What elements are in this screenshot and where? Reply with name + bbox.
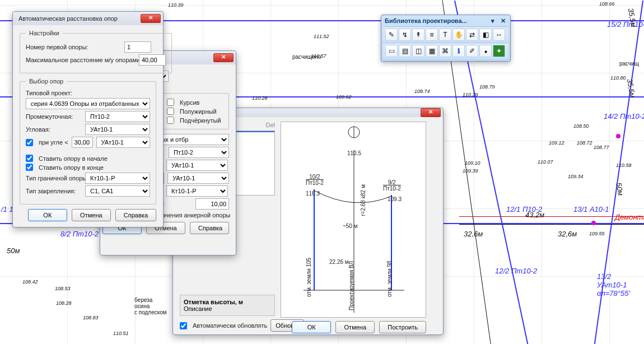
boundary-type-select[interactable]: Кт10-1-Р (85, 173, 150, 184)
underline-checkbox[interactable] (167, 117, 174, 124)
max-dist-label: Максимальное расстояние м/у опорами(м): (26, 57, 136, 63)
choose-legend: Выбор опор (26, 78, 67, 85)
tool-icon[interactable]: ↯ (399, 29, 411, 41)
cad-elev: 108.77 (594, 145, 609, 150)
typical-project-label: Типовой проект: (26, 90, 72, 96)
delete-label[interactable]: Del (265, 122, 275, 128)
tool-icon[interactable]: ℹ (452, 45, 465, 57)
put-start-label: Ставить опору в начале (39, 155, 108, 162)
first-pole-label: Номер первой опоры: (26, 44, 121, 50)
italic-label: Курсив (180, 99, 199, 106)
anchor-type-select[interactable]: С1, СА1 (85, 185, 150, 197)
cad-elev: 109.39 (463, 168, 478, 174)
anchor-type-label: Тип закрепления: (26, 188, 82, 194)
close-button[interactable]: ✕ (213, 53, 234, 62)
cad-elev: 110.57 (311, 53, 326, 59)
angle-checkbox[interactable] (26, 139, 33, 146)
max-dist-input[interactable] (139, 54, 166, 66)
cad-line (459, 224, 644, 225)
cad-dim: 35,5м (627, 7, 638, 27)
tool-icon[interactable]: ≡ (426, 29, 438, 41)
description-panel: Отметка высоты, м Описание (180, 295, 275, 316)
tool-icon[interactable]: ⇄ (466, 29, 478, 41)
auto-placement-dialog[interactable]: Автоматическая расстановка опор ✕ Настро… (12, 11, 164, 227)
height-mark-desc: Описание (184, 305, 212, 312)
intermediate-select[interactable]: Пт10-2 (85, 111, 150, 122)
profile-preview: 110.5 10/2Пт10-2 116.3 9/2Пт10-2 109.3 (281, 122, 426, 318)
angular-select[interactable]: УАт10-1 (85, 124, 150, 135)
cad-line (459, 216, 644, 217)
dialog-title: Автоматическая расстановка опор (18, 15, 118, 22)
tool-icon[interactable]: ▦ (426, 45, 438, 57)
cad-label: 12/1 П10-2 (506, 205, 542, 213)
end-pole-select[interactable]: Кт10-1-Р (166, 185, 228, 197)
preview-mid-land: Проектируемая ВЛ (348, 261, 354, 310)
tolerance-input[interactable] (195, 198, 229, 210)
help-button[interactable]: Справка (190, 222, 229, 234)
angle-type-select[interactable]: УАт10-1 (167, 173, 229, 184)
tool-icon[interactable]: ↔ (493, 29, 505, 41)
tool-icon[interactable]: ✐ (466, 45, 478, 57)
angle-input[interactable] (72, 137, 93, 148)
tool-icon[interactable]: T (439, 29, 451, 41)
cad-label: Демонтаж (615, 213, 644, 221)
close-button[interactable]: ✕ (141, 14, 161, 23)
bold-checkbox[interactable] (167, 108, 174, 115)
tool-icon[interactable]: ◧ (479, 29, 492, 41)
tool-icon[interactable]: ✋ (452, 29, 465, 41)
dialog-titlebar[interactable]: Автоматическая расстановка опор ✕ (13, 12, 163, 25)
italic-checkbox[interactable] (167, 99, 174, 106)
tool-icon[interactable]: ✦ (493, 45, 505, 57)
cad-label: 12/2 Пт10-2 (495, 267, 537, 275)
cad-label: 14/2 Пт10-2 (604, 112, 644, 120)
angular-select[interactable]: УАт10-1 (166, 160, 228, 171)
build-button[interactable]: Построить (379, 321, 426, 333)
cad-line (593, 1, 643, 344)
auto-update-label: Автоматически обновлять (193, 322, 267, 329)
cad-elev: 108.53 (55, 286, 71, 291)
cancel-button[interactable]: Отмена (335, 321, 375, 333)
cad-elev: 109.55 (589, 231, 605, 236)
put-end-label: Ставить опору в конце (39, 164, 104, 171)
preview-bottom-span: 22.26 м (329, 259, 349, 265)
auto-update-checkbox[interactable] (180, 322, 187, 329)
toolbar-title: Библиотека проектирова... (385, 17, 467, 24)
intermediate-select[interactable]: Пт10-2 (169, 147, 229, 158)
tool-icon[interactable]: ⌘ (439, 45, 451, 57)
cad-node (616, 134, 620, 138)
cad-text: расчищено (292, 54, 321, 60)
cancel-button[interactable]: Отмена (72, 209, 111, 221)
ok-button[interactable]: ОК (28, 209, 67, 221)
tool-icon[interactable]: ▭ (385, 45, 398, 57)
preview-span: ~50 м (343, 223, 358, 229)
typical-project-select[interactable]: серия 4.0639 Опоры из отработанных бурил… (26, 98, 150, 109)
help-button[interactable]: Справка (115, 209, 156, 221)
angle-type-select[interactable]: УАт10-1 (96, 137, 150, 148)
angle-label: при угле < (39, 139, 68, 146)
cad-elev: 108.42 (22, 279, 38, 285)
cad-elev: 110.07 (538, 159, 553, 165)
toolbar-menu-icon[interactable]: ▾ (489, 17, 497, 25)
choose-group: Выбор опор Типовой проект: серия 4.0639 … (20, 78, 156, 204)
put-start-checkbox[interactable] (26, 155, 33, 162)
cad-elev: 108.72 (577, 140, 592, 146)
cad-label: 13/1 А10-1 (573, 205, 609, 213)
cad-elev: 110.39 (168, 2, 184, 8)
put-end-checkbox[interactable] (26, 164, 33, 171)
tool-icon[interactable]: ◫ (412, 45, 424, 57)
toolbar-close-icon[interactable]: ✕ (499, 17, 507, 25)
toolbar-row-1: ✎ ↯ ↟ ≡ T ✋ ⇄ ◧ ↔ (383, 26, 508, 43)
tool-icon[interactable]: ▤ (399, 45, 411, 57)
ok-button[interactable]: ОК (292, 321, 331, 333)
underline-label: Подчёркнутый (180, 117, 221, 124)
cad-dim: 43,2м (525, 211, 544, 219)
settings-legend: Настройки (26, 30, 63, 36)
tool-icon[interactable]: ↟ (412, 29, 424, 41)
first-pole-input[interactable] (124, 41, 151, 53)
cad-elev: 109.34 (568, 174, 584, 179)
cad-elev: 108.28 (56, 300, 72, 306)
tool-icon[interactable]: ✎ (385, 29, 398, 41)
close-button[interactable]: ✕ (421, 108, 441, 117)
design-library-toolbar[interactable]: Библиотека проектирова... ▾ ✕ ✎ ↯ ↟ ≡ T … (381, 15, 511, 62)
tool-icon[interactable]: ⬥ (479, 45, 492, 57)
